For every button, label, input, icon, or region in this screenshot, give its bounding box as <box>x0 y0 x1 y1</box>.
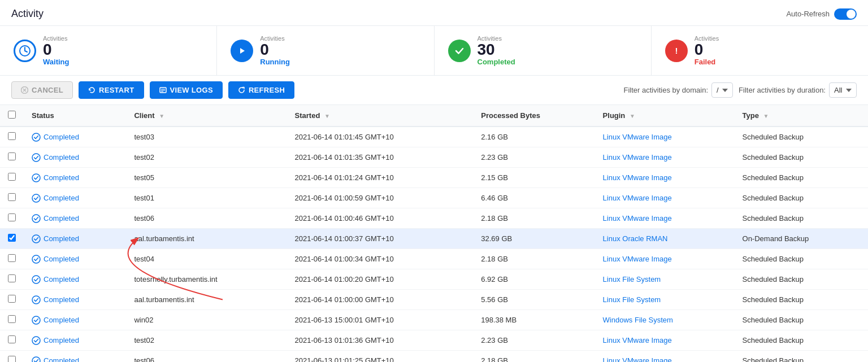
activity-page: Activity Auto-Refresh Activities 0 Waiti… <box>0 0 868 362</box>
row-checkbox[interactable] <box>8 132 16 140</box>
plugin-link[interactable]: Linux VMware Image <box>603 194 672 202</box>
filter-domain-select[interactable]: / <box>711 82 733 98</box>
row-processed-bytes: 2.18 GB <box>473 208 594 229</box>
filter-duration-select[interactable]: All <box>829 82 857 98</box>
type-sort-icon: ▼ <box>763 113 769 119</box>
table-row[interactable]: Completed test06 2021-06-13 01:01:25 GMT… <box>0 351 868 363</box>
col-plugin-label: Plugin <box>603 111 626 120</box>
refresh-button[interactable]: REFRESH <box>228 81 294 99</box>
row-started: 2021-06-14 01:00:46 GMT+10 <box>287 208 474 229</box>
status-value: Completed <box>32 194 118 203</box>
plugin-link[interactable]: Linux VMware Image <box>603 214 672 223</box>
plugin-link[interactable]: Linux VMware Image <box>603 336 672 344</box>
plugin-link[interactable]: Windows File System <box>603 316 673 324</box>
stat-failed[interactable]: ! Activities 0 Failed <box>652 26 868 75</box>
row-checkbox[interactable] <box>8 173 16 181</box>
auto-refresh-section: Auto-Refresh <box>786 8 857 20</box>
row-checkbox[interactable] <box>8 335 16 343</box>
row-checkbox[interactable] <box>8 234 16 242</box>
plugin-link[interactable]: Linux File System <box>603 275 661 284</box>
row-checkbox-cell <box>0 330 24 351</box>
cancel-icon <box>21 86 28 94</box>
row-checkbox[interactable] <box>8 213 16 221</box>
row-status: Completed <box>24 127 126 147</box>
row-plugin: Linux File System <box>595 290 735 310</box>
auto-refresh-label: Auto-Refresh <box>786 10 830 18</box>
cancel-button[interactable]: CANCEL <box>11 81 73 99</box>
plugin-link[interactable]: Linux File System <box>603 295 661 304</box>
row-checkbox[interactable] <box>8 315 16 323</box>
row-checkbox[interactable] <box>8 356 16 362</box>
svg-point-14 <box>32 133 40 141</box>
row-type: Scheduled Backup <box>735 127 868 147</box>
stat-running[interactable]: Activities 0 Running <box>217 26 434 75</box>
table-row[interactable]: Completed test06 2021-06-14 01:00:46 GMT… <box>0 208 868 229</box>
row-status: Completed <box>24 208 126 229</box>
row-client: test02 <box>126 147 287 168</box>
status-value: Completed <box>32 255 118 264</box>
row-processed-bytes: 6.46 GB <box>473 188 594 208</box>
table-body: Completed test03 2021-06-14 01:01:45 GMT… <box>0 127 868 362</box>
refresh-label: REFRESH <box>249 86 285 94</box>
stat-waiting[interactable]: Activities 0 Waiting <box>0 26 217 75</box>
row-type: Scheduled Backup <box>735 290 868 310</box>
table-row[interactable]: Completed test02 2021-06-14 01:01:35 GMT… <box>0 147 868 168</box>
row-checkbox-cell <box>0 208 24 229</box>
row-checkbox[interactable] <box>8 254 16 262</box>
table-row[interactable]: Completed aal.turbamentis.int 2021-06-14… <box>0 290 868 310</box>
status-value: Completed <box>32 173 118 182</box>
restart-button[interactable]: RESTART <box>79 81 144 99</box>
row-client: aal.turbamentis.int <box>126 229 287 249</box>
table-row[interactable]: Completed test05 2021-06-14 01:01:24 GMT… <box>0 168 868 188</box>
col-status-label: Status <box>32 111 54 120</box>
status-value: Completed <box>32 316 118 325</box>
plugin-link[interactable]: Linux Oracle RMAN <box>603 234 668 243</box>
table-row[interactable]: Completed test01 2021-06-14 01:00:59 GMT… <box>0 188 868 208</box>
refresh-icon <box>238 86 245 94</box>
row-status: Completed <box>24 147 126 168</box>
col-type[interactable]: Type ▼ <box>735 105 868 127</box>
row-type: Scheduled Backup <box>735 351 868 363</box>
row-plugin: Linux VMware Image <box>595 351 735 363</box>
row-started: 2021-06-14 01:00:34 GMT+10 <box>287 249 474 269</box>
auto-refresh-toggle[interactable] <box>834 8 857 20</box>
row-started: 2021-06-14 01:00:20 GMT+10 <box>287 269 474 290</box>
row-processed-bytes: 6.92 GB <box>473 269 594 290</box>
status-value: Completed <box>32 336 118 345</box>
row-status: Completed <box>24 269 126 290</box>
table-header-row: Status Client ▼ Started ▼ Processed Byte… <box>0 105 868 127</box>
view-logs-button[interactable]: VIEW LOGS <box>150 81 223 99</box>
table-row[interactable]: Completed test02 2021-06-13 01:01:36 GMT… <box>0 330 868 351</box>
row-client: test03 <box>126 127 287 147</box>
row-checkbox[interactable] <box>8 152 16 160</box>
table-row[interactable]: Completed totesrhelly.turbamentis.int 20… <box>0 269 868 290</box>
plugin-link[interactable]: Linux VMware Image <box>603 133 672 141</box>
row-checkbox[interactable] <box>8 295 16 303</box>
table-row[interactable]: Completed test04 2021-06-14 01:00:34 GMT… <box>0 249 868 269</box>
status-value: Completed <box>32 234 118 243</box>
plugin-link[interactable]: Linux VMware Image <box>603 153 672 162</box>
plugin-link[interactable]: Linux VMware Image <box>603 173 672 182</box>
stat-completed[interactable]: Activities 30 Completed <box>435 26 652 75</box>
table-row[interactable]: Completed win02 2021-06-13 15:00:01 GMT+… <box>0 310 868 330</box>
col-plugin[interactable]: Plugin ▼ <box>595 105 735 127</box>
col-started[interactable]: Started ▼ <box>287 105 474 127</box>
row-checkbox-cell <box>0 249 24 269</box>
row-checkbox[interactable] <box>8 193 16 201</box>
select-all-checkbox[interactable] <box>8 111 16 119</box>
row-plugin: Linux Oracle RMAN <box>595 229 735 249</box>
row-plugin: Windows File System <box>595 310 735 330</box>
plugin-link[interactable]: Linux VMware Image <box>603 356 672 362</box>
table-row[interactable]: Completed aal.turbamentis.int 2021-06-14… <box>0 229 868 249</box>
row-status: Completed <box>24 330 126 351</box>
row-plugin: Linux VMware Image <box>595 249 735 269</box>
row-checkbox[interactable] <box>8 274 16 282</box>
row-type: Scheduled Backup <box>735 147 868 168</box>
col-client[interactable]: Client ▼ <box>126 105 287 127</box>
svg-point-16 <box>32 174 40 182</box>
table-row[interactable]: Completed test03 2021-06-14 01:01:45 GMT… <box>0 127 868 147</box>
svg-point-23 <box>32 316 40 324</box>
status-icon <box>32 133 41 142</box>
select-all-header <box>0 105 24 127</box>
plugin-link[interactable]: Linux VMware Image <box>603 255 672 263</box>
